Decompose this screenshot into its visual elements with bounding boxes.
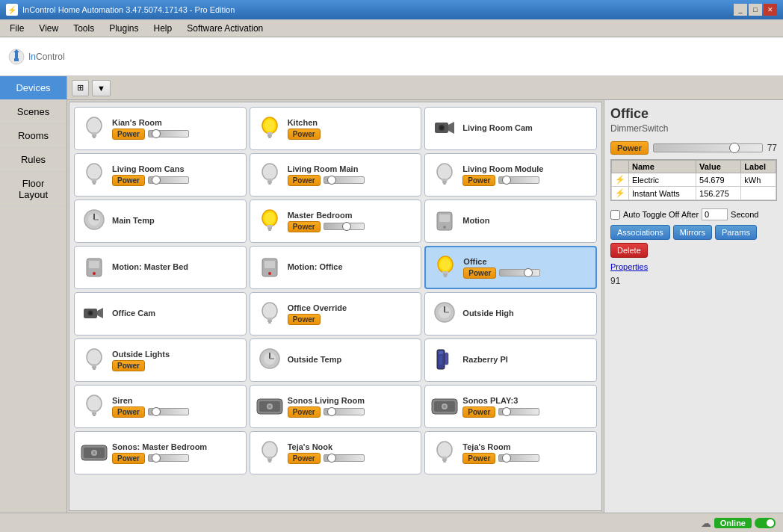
svg-point-46	[440, 259, 451, 270]
device-name-motion: Motion	[462, 216, 590, 225]
power-btn-living-room-cans[interactable]: Power	[112, 175, 145, 186]
slider-office[interactable]	[499, 269, 540, 276]
device-card-tejas-nook[interactable]: Teja's Nook Power	[250, 431, 422, 474]
slider-living-room-cans[interactable]	[148, 176, 189, 184]
power-btn-living-room-module[interactable]: Power	[462, 175, 495, 186]
panel-slider[interactable]	[653, 143, 763, 152]
mirrors-button[interactable]: Mirrors	[673, 225, 712, 240]
device-card-sonos-master-bedroom[interactable]: Sonos: Master Bedroom Power	[74, 431, 247, 474]
power-btn-tejas-room[interactable]: Power	[462, 453, 495, 464]
minimize-button[interactable]: _	[734, 4, 747, 16]
power-btn-kitchen[interactable]: Power	[288, 129, 321, 140]
device-card-motion[interactable]: Motion	[424, 200, 597, 243]
menu-plugins[interactable]: Plugins	[102, 21, 145, 36]
menu-help[interactable]: Help	[147, 21, 179, 36]
power-btn-office[interactable]: Power	[463, 267, 496, 279]
power-btn-siren[interactable]: Power	[112, 406, 145, 418]
device-card-living-room-main[interactable]: Living Room Main Power	[250, 153, 422, 197]
device-info-sonos-play3: Sonos PLAY:3 Power	[462, 396, 590, 418]
svg-point-2	[87, 117, 102, 134]
menu-view[interactable]: View	[32, 21, 65, 36]
device-name-master-bedroom: Master Bedroom	[288, 211, 415, 220]
device-card-kitchen[interactable]: Kitchen Power	[250, 107, 422, 150]
panel-power-button[interactable]: Power	[610, 141, 649, 155]
slider-sonos-play3[interactable]	[498, 408, 539, 415]
power-btn-outside-lights[interactable]: Power	[112, 360, 145, 371]
sidebar-item-rooms[interactable]: Rooms	[0, 124, 66, 148]
sidebar-item-scenes[interactable]: Scenes	[0, 100, 66, 124]
slider-tejas-room[interactable]	[498, 454, 539, 462]
slider-living-room-module[interactable]	[498, 176, 539, 184]
associations-button[interactable]: Associations	[610, 225, 670, 240]
auto-toggle-checkbox[interactable]	[610, 210, 620, 220]
maximize-button[interactable]: □	[749, 4, 762, 16]
device-card-office[interactable]: Office Power	[424, 246, 597, 289]
col-label: Label	[741, 161, 776, 173]
device-name-tejas-room: Teja's Room	[462, 442, 590, 451]
device-card-razberry-pi[interactable]: Razberry PI	[424, 338, 597, 382]
slider-siren[interactable]	[148, 408, 189, 415]
device-card-sonos-living-room[interactable]: Sonos Living Room Power	[250, 385, 422, 428]
logo-area: InControl	[0, 37, 783, 76]
device-card-sonos-play3[interactable]: Sonos PLAY:3 Power	[424, 385, 597, 428]
device-card-living-room-cans[interactable]: Living Room Cans Power	[74, 153, 247, 197]
table-row: ⚡ Instant Watts 156.275	[612, 187, 776, 200]
properties-link[interactable]: Properties	[610, 262, 777, 271]
power-btn-tejas-nook[interactable]: Power	[288, 453, 321, 464]
sidebar-item-devices[interactable]: Devices	[0, 76, 66, 100]
power-btn-sonos-play3[interactable]: Power	[462, 406, 495, 418]
device-card-master-bedroom[interactable]: Master Bedroom Power	[250, 200, 422, 243]
power-btn-sonos-living-room[interactable]: Power	[288, 406, 321, 418]
device-name-sonos-master-bedroom: Sonos: Master Bedroom	[112, 442, 240, 451]
slider-master-bedroom[interactable]	[324, 223, 365, 230]
slider-sonos-living-room[interactable]	[324, 408, 365, 415]
close-button[interactable]: ✕	[764, 4, 777, 16]
slider-sonos-master-bedroom[interactable]	[148, 454, 189, 462]
sidebar-item-floor-layout[interactable]: Floor Layout	[0, 172, 66, 207]
device-info-razberry-pi: Razberry PI	[462, 355, 590, 365]
menu-file[interactable]: File	[3, 21, 31, 36]
online-toggle[interactable]	[755, 518, 776, 528]
power-btn-master-bedroom[interactable]: Power	[288, 221, 321, 232]
power-btn-kians-room[interactable]: Power	[112, 129, 145, 140]
device-card-outside-lights[interactable]: Outside Lights Power	[74, 338, 247, 382]
device-card-outside-temp[interactable]: Outside Temp	[250, 338, 422, 382]
device-card-living-room-cam[interactable]: Living Room Cam	[424, 107, 597, 150]
device-card-motion-master-bed[interactable]: Motion: Master Bed	[74, 246, 247, 289]
menu-software-activation[interactable]: Software Activation	[180, 21, 270, 36]
svg-point-94	[437, 442, 452, 458]
device-card-office-cam[interactable]: Office Cam	[74, 292, 247, 335]
slider-kians-room[interactable]	[148, 130, 189, 137]
params-button[interactable]: Params	[715, 225, 757, 240]
device-card-living-room-module[interactable]: Living Room Module Power	[424, 153, 597, 197]
statusbar: ☁ Online	[0, 513, 783, 532]
power-btn-sonos-master-bedroom[interactable]: Power	[112, 453, 145, 464]
grid-view-button[interactable]: ⊞	[72, 80, 89, 96]
device-controls-kians-room: Power	[112, 129, 240, 140]
svg-rect-26	[443, 183, 446, 185]
view-dropdown-button[interactable]: ▼	[92, 80, 111, 96]
device-card-tejas-room[interactable]: Teja's Room Power	[424, 431, 597, 474]
auto-toggle-input[interactable]: 0	[702, 208, 728, 220]
device-card-main-temp[interactable]: Main Temp	[74, 200, 247, 243]
sidebar-item-rules[interactable]: Rules	[0, 148, 66, 172]
power-btn-living-room-main[interactable]: Power	[288, 175, 321, 186]
power-btn-office-override[interactable]: Power	[288, 314, 321, 325]
panel-power-row: Power 77	[610, 141, 777, 155]
device-card-office-override[interactable]: Office Override Power	[250, 292, 422, 335]
svg-point-85	[443, 405, 446, 408]
device-card-kians-room[interactable]: Kian's Room Power	[74, 107, 247, 150]
delete-button[interactable]: Delete	[610, 243, 648, 258]
device-controls-living-room-main: Power	[288, 175, 415, 186]
device-info-motion-master-bed: Motion: Master Bed	[112, 262, 240, 273]
device-info-living-room-cans: Living Room Cans Power	[112, 164, 240, 186]
device-card-outside-high[interactable]: Outside High	[424, 292, 597, 335]
svg-rect-91	[267, 457, 273, 459]
device-card-motion-office[interactable]: Motion: Office	[250, 246, 422, 289]
slider-tejas-nook[interactable]	[324, 454, 365, 462]
menu-tools[interactable]: Tools	[66, 21, 101, 36]
device-card-siren[interactable]: Siren Power	[74, 385, 247, 428]
slider-living-room-main[interactable]	[324, 176, 365, 184]
devices-scroll[interactable]: Kian's Room Power Kitc	[69, 102, 602, 511]
device-info-outside-high: Outside High	[462, 309, 590, 319]
